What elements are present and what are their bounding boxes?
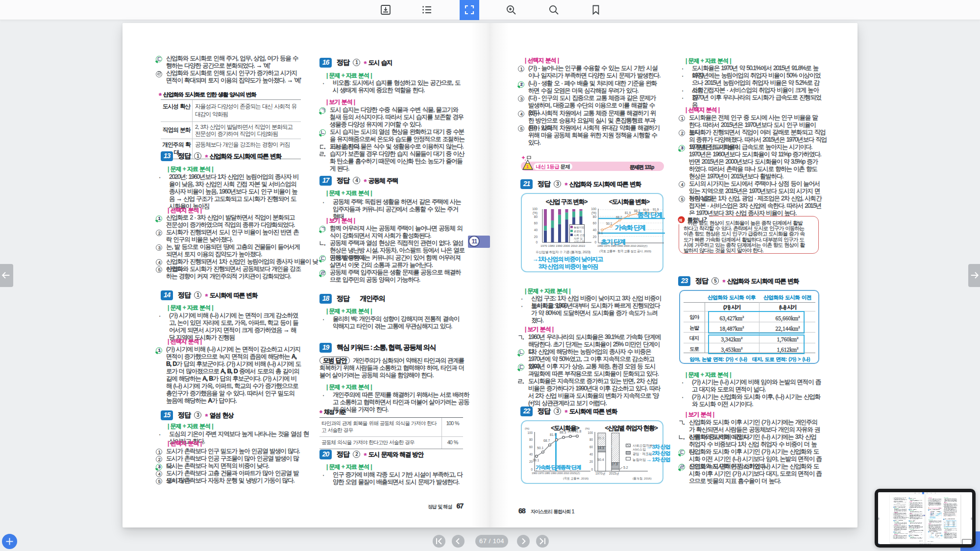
svg-text:왜: 왜 <box>679 218 683 222</box>
svg-text:1: 1 <box>526 164 529 169</box>
